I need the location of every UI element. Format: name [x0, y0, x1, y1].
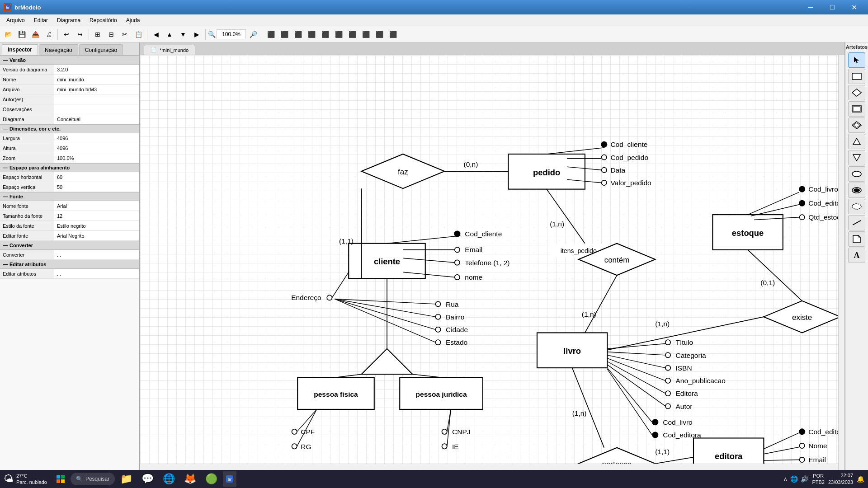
svg-text:Estado: Estado	[446, 338, 467, 346]
tool-specialization-up[interactable]	[848, 134, 865, 149]
taskbar-chrome[interactable]: 🟢	[202, 471, 221, 487]
zoom-fit[interactable]: 🔎	[247, 28, 259, 41]
section-fonte[interactable]: — Fonte	[0, 192, 139, 201]
menu-ajuda[interactable]: Ajuda	[122, 15, 145, 25]
prop-diagrama: Diagrama Conceitual	[0, 114, 139, 124]
tab-label: *mini_mundo	[160, 47, 189, 53]
toolbar-align-left[interactable]: ⬛	[264, 28, 277, 41]
section-converter[interactable]: — Converter	[0, 241, 139, 250]
toolbar-open[interactable]: 📂	[2, 28, 14, 41]
svg-point-69	[455, 275, 460, 280]
canvas-vscroll[interactable]	[838, 55, 844, 470]
tool-note[interactable]	[848, 231, 865, 247]
toolbar-save[interactable]: 💾	[15, 28, 28, 41]
toolbar-align-bottom[interactable]: ⬛	[332, 28, 345, 41]
svg-point-54	[602, 168, 607, 173]
section-versao[interactable]: — Versão	[0, 56, 139, 65]
tab-icon: 📄	[151, 47, 157, 53]
tool-connection[interactable]	[848, 215, 865, 230]
toolbar-select-all[interactable]: ⊞	[91, 28, 104, 41]
close-button[interactable]: ✕	[844, 0, 864, 14]
tool-entity[interactable]	[848, 69, 865, 84]
menu-diagrama[interactable]: Diagrama	[52, 15, 85, 25]
section-dimensoes[interactable]: — Dimensões, cor e etc.	[0, 124, 139, 133]
svg-text:Cod_editora: Cod_editora	[663, 431, 701, 439]
canvas-hscroll[interactable]	[140, 464, 838, 470]
network-icon[interactable]: 🌐	[790, 475, 798, 483]
toolbar-align-right[interactable]: ⬛	[292, 28, 304, 41]
tab-navegacao[interactable]: Navegação	[39, 44, 78, 55]
section-editar-atributos[interactable]: — Editar atributos	[0, 260, 139, 269]
er-diagram[interactable]: pedido cliente livro estoque editora pes…	[140, 55, 838, 464]
search-box[interactable]: 🔍 Pesquisar	[71, 473, 115, 485]
menu-repositorio[interactable]: Repositório	[85, 15, 122, 25]
tool-key-attribute[interactable]	[848, 183, 865, 198]
start-button[interactable]	[52, 471, 69, 487]
taskbar-brmodelo[interactable]: br	[223, 471, 236, 487]
toolbar-export[interactable]: 📤	[29, 28, 42, 41]
titlebar-controls: ─ □ ✕	[800, 0, 864, 14]
main-layout: Inspector Navegação Configuração — Versã…	[0, 42, 868, 470]
svg-point-93	[442, 429, 447, 434]
svg-text:pessoa juridica: pessoa juridica	[416, 390, 467, 398]
tool-relationship[interactable]	[848, 85, 865, 100]
svg-text:Cod_cliente: Cod_cliente	[610, 141, 647, 148]
toolbar-group[interactable]: ⬛	[387, 28, 399, 41]
volume-icon[interactable]: 🔊	[801, 475, 808, 483]
toolbar-align-center[interactable]: ⬛	[278, 28, 291, 41]
toolbar-redo[interactable]: ↪	[74, 28, 86, 41]
notification-icon[interactable]: 🔔	[857, 475, 864, 483]
svg-point-135	[799, 443, 804, 448]
tool-attribute[interactable]	[848, 166, 865, 182]
prop-largura: Largura 4096	[0, 133, 139, 143]
tab-configuracao[interactable]: Configuração	[79, 44, 123, 55]
svg-text:pedido: pedido	[533, 168, 560, 177]
svg-point-84	[435, 340, 440, 345]
svg-rect-161	[61, 475, 65, 479]
toolbar-copy[interactable]: 📋	[132, 28, 145, 41]
tool-weak-relationship[interactable]	[848, 117, 865, 133]
toolbar-undo[interactable]: ↩	[60, 28, 73, 41]
canvas-tab-mini-mundo[interactable]: 📄 *mini_mundo	[144, 45, 195, 55]
tab-inspector[interactable]: Inspector	[2, 44, 38, 55]
svg-text:livro: livro	[563, 346, 581, 356]
svg-text:Nome: Nome	[808, 442, 827, 450]
taskbar-fileexplorer[interactable]: 📁	[117, 471, 136, 487]
toolbar-align-middle[interactable]: ⬛	[319, 28, 331, 41]
toolbar-nav-next[interactable]: ▶	[190, 28, 203, 41]
zoom-input[interactable]: 100.0%	[217, 29, 246, 39]
tool-weak-entity[interactable]	[848, 101, 865, 117]
svg-text:editora: editora	[715, 451, 743, 461]
taskbar-firefox[interactable]: 🦊	[180, 471, 200, 487]
svg-point-132	[799, 428, 805, 435]
tool-specialization-down[interactable]	[848, 150, 865, 165]
svg-text:(1,n): (1,n)	[655, 320, 670, 328]
clock[interactable]: 22:07 23/03/2023	[828, 472, 853, 486]
tool-derived-attribute[interactable]	[848, 199, 865, 214]
toolbar-nav-prev[interactable]: ◀	[150, 28, 162, 41]
toolbar-arrange[interactable]: ⬛	[373, 28, 386, 41]
toolbar-nav-up[interactable]: ▲	[163, 28, 176, 41]
toolbar-align-top[interactable]: ⬛	[305, 28, 318, 41]
toolbar-nav-down[interactable]: ▼	[177, 28, 189, 41]
toolbar-distribute-h[interactable]: ⬛	[346, 28, 359, 41]
svg-text:IE: IE	[452, 443, 459, 450]
section-espaco[interactable]: — Espaço para alinhamento	[0, 163, 139, 172]
toolbar-cut[interactable]: ✂	[118, 28, 131, 41]
menu-editar[interactable]: Editar	[29, 15, 52, 25]
toolbar-print[interactable]: 🖨	[42, 28, 55, 41]
svg-point-120	[652, 432, 658, 438]
canvas[interactable]: pedido cliente livro estoque editora pes…	[140, 55, 844, 470]
weather-icon: 🌤	[4, 473, 14, 485]
taskbar-teams[interactable]: 💬	[138, 471, 157, 487]
menu-arquivo[interactable]: Arquivo	[2, 15, 29, 25]
toolbar-select-none[interactable]: ⊟	[105, 28, 118, 41]
taskbar-edge[interactable]: 🌐	[159, 471, 179, 487]
chevron-up-icon[interactable]: ∧	[783, 476, 788, 482]
maximize-button[interactable]: □	[822, 0, 843, 14]
toolbar-distribute-v[interactable]: ⬛	[359, 28, 372, 41]
minimize-button[interactable]: ─	[800, 0, 821, 14]
tool-select[interactable]	[848, 52, 865, 68]
tool-text[interactable]: A	[848, 248, 865, 263]
svg-point-117	[652, 419, 658, 425]
